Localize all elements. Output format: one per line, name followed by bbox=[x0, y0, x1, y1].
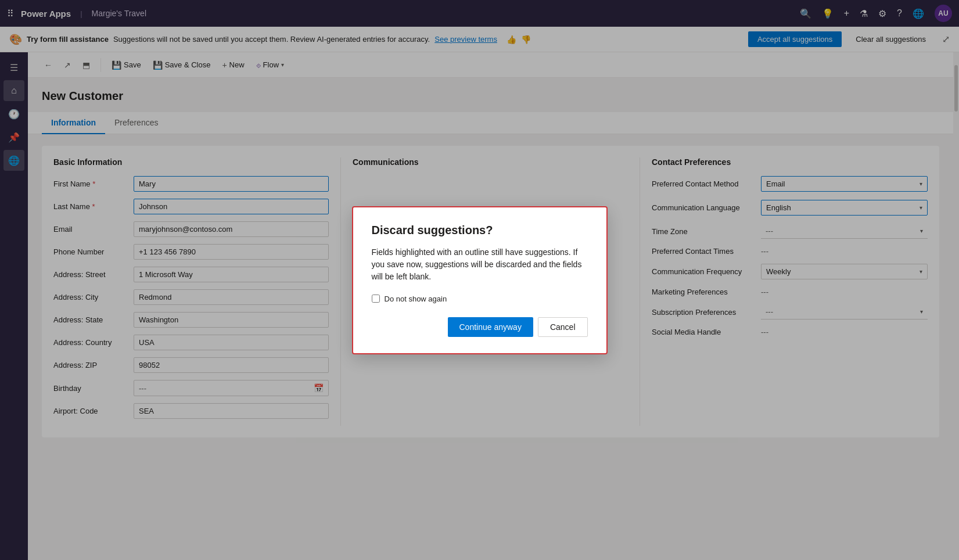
modal-checkbox-row: Do not show again bbox=[372, 295, 588, 303]
modal-dialog: Discard suggestions? Fields highlighted … bbox=[352, 206, 608, 354]
do-not-show-checkbox[interactable] bbox=[372, 295, 380, 303]
continue-button[interactable]: Continue anyway bbox=[448, 317, 533, 337]
cancel-button[interactable]: Cancel bbox=[538, 317, 588, 337]
modal-body: Fields highlighted with an outline still… bbox=[372, 246, 588, 283]
modal-actions: Continue anyway Cancel bbox=[372, 317, 588, 337]
modal-overlay: Discard suggestions? Fields highlighted … bbox=[0, 0, 959, 560]
do-not-show-label[interactable]: Do not show again bbox=[385, 295, 447, 303]
modal-title: Discard suggestions? bbox=[372, 224, 588, 237]
